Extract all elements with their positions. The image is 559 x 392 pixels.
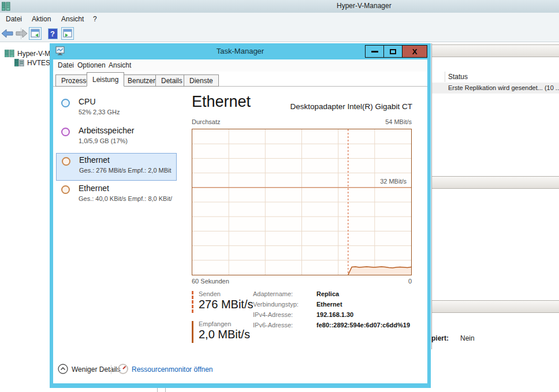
help-icon[interactable]: ? [46,27,59,40]
server-icon [14,59,24,66]
minimize-icon [371,51,378,53]
memory-graph-icon [61,128,70,136]
x-left-label: 60 Sekunden [192,278,229,285]
send-label: Senden [199,290,221,297]
forward-icon[interactable] [15,27,28,40]
sidebar-item-cpu[interactable]: CPU 52% 2,33 GHz [56,95,177,123]
hyperv-menu-aktion[interactable]: Aktion [30,14,53,24]
taskmanager-menubar: Datei Optionen Ansicht [53,59,427,72]
hyperv-app-icon [2,2,11,11]
adapter-name-value: Replica [316,290,339,297]
hyperv-titlebar: Hyper-V-Manager [0,0,559,13]
sidebar-item-ethernet-1[interactable]: Ethernet Ges.: 276 MBit/s Empf.: 2,0 MBi… [56,153,177,181]
receive-legend-bar [192,321,193,343]
ipv6-value: fe80::2892:594e:6d07:c6dd%19 [316,322,410,328]
ethernet-graph-icon [62,157,70,166]
taskmanager-window: Task-Manager X Datei Optionen Ansicht Pr… [50,43,431,388]
hyperv-menu-ansicht[interactable]: Ansicht [59,14,85,24]
tm-menu-ansicht[interactable]: Ansicht [109,61,131,69]
footer-separator [111,365,111,374]
cpu-graph-icon [61,99,70,107]
close-button[interactable]: X [402,45,427,58]
section-band-1 [432,176,559,189]
new-window-icon[interactable] [61,27,74,40]
replication-detail-label: piert: [431,334,449,342]
ipv4-value: 192.168.1.30 [316,311,353,318]
receive-value: 2,0 MBit/s [199,328,250,341]
throughput-chart [192,129,412,275]
replication-detail-value: Nein [460,334,475,342]
window-controls: X [365,45,427,58]
adapter-name-label: Adaptername: [253,290,293,297]
taskmanager-tabs: Prozesse Leistung Benutzer Details Diens… [53,72,427,87]
column-separator [445,72,445,82]
x-right-label: 0 [244,278,412,285]
send-value: 276 MBit/s [199,298,253,311]
taskmanager-content: Datei Optionen Ansicht Prozesse Leistung… [53,59,427,383]
tree-item-root[interactable]: Hyper-V-M [17,50,50,58]
console-window-icon[interactable] [29,27,42,40]
tm-menu-datei[interactable]: Datei [58,61,74,69]
hyperv-menu-datei[interactable]: Datei [4,14,24,24]
toolbar-separator [21,28,21,39]
receive-label: Empfangen [199,320,231,327]
tab-leistung[interactable]: Leistung [87,72,124,87]
column-line-fragment [165,388,166,392]
tab-dienste[interactable]: Dienste [184,74,219,87]
connection-type-value: Ethernet [316,301,342,308]
close-icon: X [412,47,418,56]
send-legend-bar [192,291,193,313]
column-line-fragment [157,388,158,392]
maximize-icon [390,49,396,54]
section-band-2 [432,300,559,313]
back-icon[interactable] [1,27,14,40]
connection-type-label: Verbindungstyp: [253,301,299,308]
less-details-button[interactable]: Weniger Details [72,365,120,374]
throughput-label: Durchsatz [192,118,221,125]
vm-list-header-band [432,44,559,57]
hyperv-window-title: Hyper-V-Manager [337,2,392,10]
tm-menu-optionen[interactable]: Optionen [77,61,106,69]
sidebar-item-ethernet-2[interactable]: Ethernet Ges.: 40,0 KBit/s Empf.: 8,0 KB… [56,182,177,210]
server-stack-icon [5,50,14,57]
screen: Hyper-V-Manager Datei Aktion Ansicht ? ? [0,0,559,392]
maximize-button[interactable] [383,45,402,58]
resource-monitor-icon [118,364,128,374]
scale-max-label: 54 MBit/s [244,118,412,125]
vm-status-row[interactable]: Erste Replikation wird gesendet... (10 .… [432,83,559,94]
minimize-button[interactable] [365,45,383,58]
ethernet-graph-icon [61,185,70,194]
hyperv-menu-help[interactable]: ? [91,14,99,24]
panel-heading: Ethernet [192,93,251,111]
hyperv-toolbar: ? [0,25,559,42]
midline-label: 32 MBit/s [192,178,407,185]
ipv4-label: IPv4-Adresse: [253,311,293,318]
open-resource-monitor-link[interactable]: Ressourcenmonitor öffnen [132,365,213,374]
status-column-header[interactable]: Status [432,71,559,83]
ipv6-label: IPv6-Adresse: [253,322,293,328]
adapter-name: Desktopadapter Intel(R) Gigabit CT [244,102,412,111]
sidebar-item-memory[interactable]: Arbeitsspeicher 1,0/5,9 GB (17%) [56,124,177,152]
chevron-up-icon [58,364,68,374]
hyperv-menubar: Datei Aktion Ansicht ? [0,13,559,25]
